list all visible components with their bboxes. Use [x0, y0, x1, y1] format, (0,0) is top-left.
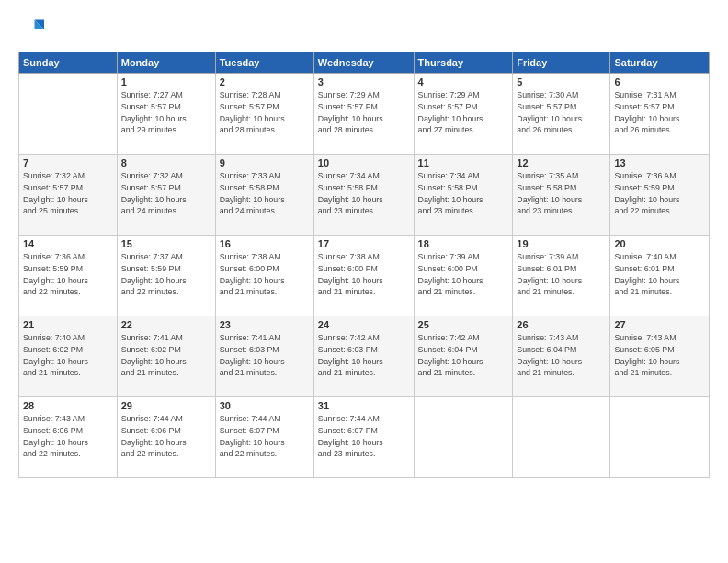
- day-info: Sunrise: 7:34 AMSunset: 5:58 PMDaylight:…: [318, 170, 410, 217]
- calendar-cell: 29Sunrise: 7:44 AMSunset: 6:06 PMDayligh…: [117, 397, 215, 478]
- calendar-cell: 21Sunrise: 7:40 AMSunset: 6:02 PMDayligh…: [19, 316, 118, 397]
- day-info: Sunrise: 7:35 AMSunset: 5:58 PMDaylight:…: [517, 170, 606, 217]
- calendar-week-row: 14Sunrise: 7:36 AMSunset: 5:59 PMDayligh…: [19, 236, 710, 316]
- day-number: 16: [220, 238, 310, 249]
- day-info: Sunrise: 7:39 AMSunset: 6:00 PMDaylight:…: [418, 251, 509, 298]
- calendar-cell: 9Sunrise: 7:33 AMSunset: 5:58 PMDaylight…: [215, 155, 313, 236]
- calendar-week-row: 21Sunrise: 7:40 AMSunset: 6:02 PMDayligh…: [19, 316, 710, 397]
- day-number: 1: [121, 76, 211, 87]
- calendar: SundayMondayTuesdayWednesdayThursdayFrid…: [18, 52, 710, 478]
- day-number: 24: [318, 319, 410, 330]
- calendar-header-friday: Friday: [513, 52, 610, 74]
- day-info: Sunrise: 7:37 AMSunset: 5:59 PMDaylight:…: [121, 251, 211, 298]
- day-number: 26: [517, 319, 606, 330]
- calendar-cell: 28Sunrise: 7:43 AMSunset: 6:06 PMDayligh…: [19, 397, 118, 478]
- day-info: Sunrise: 7:29 AMSunset: 5:57 PMDaylight:…: [418, 89, 509, 136]
- calendar-cell: 31Sunrise: 7:44 AMSunset: 6:07 PMDayligh…: [313, 397, 414, 478]
- day-info: Sunrise: 7:43 AMSunset: 6:06 PMDaylight:…: [23, 413, 113, 460]
- calendar-cell: 20Sunrise: 7:40 AMSunset: 6:01 PMDayligh…: [610, 236, 710, 316]
- calendar-cell: 4Sunrise: 7:29 AMSunset: 5:57 PMDaylight…: [414, 74, 513, 155]
- day-number: 6: [614, 76, 705, 87]
- day-info: Sunrise: 7:27 AMSunset: 5:57 PMDaylight:…: [121, 89, 211, 136]
- calendar-cell: 19Sunrise: 7:39 AMSunset: 6:01 PMDayligh…: [513, 236, 610, 316]
- calendar-cell: 26Sunrise: 7:43 AMSunset: 6:04 PMDayligh…: [513, 316, 610, 397]
- calendar-cell: 14Sunrise: 7:36 AMSunset: 5:59 PMDayligh…: [19, 236, 118, 316]
- calendar-cell: 5Sunrise: 7:30 AMSunset: 5:57 PMDaylight…: [513, 74, 610, 155]
- calendar-cell: 30Sunrise: 7:44 AMSunset: 6:07 PMDayligh…: [215, 397, 313, 478]
- day-info: Sunrise: 7:44 AMSunset: 6:07 PMDaylight:…: [318, 413, 410, 460]
- day-number: 11: [418, 157, 509, 168]
- day-number: 20: [614, 238, 705, 249]
- day-info: Sunrise: 7:28 AMSunset: 5:57 PMDaylight:…: [220, 89, 310, 136]
- day-number: 14: [23, 238, 113, 249]
- calendar-week-row: 1Sunrise: 7:27 AMSunset: 5:57 PMDaylight…: [19, 74, 710, 155]
- calendar-cell: 10Sunrise: 7:34 AMSunset: 5:58 PMDayligh…: [313, 155, 414, 236]
- day-number: 15: [121, 238, 211, 249]
- calendar-cell: [19, 74, 118, 155]
- day-number: 25: [418, 319, 509, 330]
- day-info: Sunrise: 7:42 AMSunset: 6:03 PMDaylight:…: [318, 332, 410, 379]
- calendar-cell: 8Sunrise: 7:32 AMSunset: 5:57 PMDaylight…: [117, 155, 215, 236]
- day-info: Sunrise: 7:43 AMSunset: 6:04 PMDaylight:…: [517, 332, 606, 379]
- day-number: 28: [23, 400, 113, 411]
- day-info: Sunrise: 7:44 AMSunset: 6:07 PMDaylight:…: [220, 413, 310, 460]
- calendar-header-row: SundayMondayTuesdayWednesdayThursdayFrid…: [19, 52, 710, 74]
- day-info: Sunrise: 7:41 AMSunset: 6:02 PMDaylight:…: [121, 332, 211, 379]
- calendar-cell: 6Sunrise: 7:31 AMSunset: 5:57 PMDaylight…: [610, 74, 710, 155]
- calendar-cell: 18Sunrise: 7:39 AMSunset: 6:00 PMDayligh…: [414, 236, 513, 316]
- day-info: Sunrise: 7:44 AMSunset: 6:06 PMDaylight:…: [121, 413, 211, 460]
- calendar-week-row: 7Sunrise: 7:32 AMSunset: 5:57 PMDaylight…: [19, 155, 710, 236]
- page: SundayMondayTuesdayWednesdayThursdayFrid…: [0, 0, 728, 563]
- day-number: 2: [220, 76, 310, 87]
- calendar-cell: 7Sunrise: 7:32 AMSunset: 5:57 PMDaylight…: [19, 155, 118, 236]
- calendar-cell: 11Sunrise: 7:34 AMSunset: 5:58 PMDayligh…: [414, 155, 513, 236]
- calendar-cell: 17Sunrise: 7:38 AMSunset: 6:00 PMDayligh…: [313, 236, 414, 316]
- day-info: Sunrise: 7:31 AMSunset: 5:57 PMDaylight:…: [614, 89, 705, 136]
- day-info: Sunrise: 7:32 AMSunset: 5:57 PMDaylight:…: [121, 170, 211, 217]
- day-number: 7: [23, 157, 113, 168]
- calendar-header-tuesday: Tuesday: [215, 52, 313, 74]
- calendar-header-thursday: Thursday: [414, 52, 513, 74]
- day-info: Sunrise: 7:34 AMSunset: 5:58 PMDaylight:…: [418, 170, 509, 217]
- calendar-cell: [513, 397, 610, 478]
- day-number: 5: [517, 76, 606, 87]
- day-number: 22: [121, 319, 211, 330]
- day-info: Sunrise: 7:41 AMSunset: 6:03 PMDaylight:…: [220, 332, 310, 379]
- day-info: Sunrise: 7:40 AMSunset: 6:02 PMDaylight:…: [23, 332, 113, 379]
- calendar-cell: 24Sunrise: 7:42 AMSunset: 6:03 PMDayligh…: [313, 316, 414, 397]
- day-info: Sunrise: 7:40 AMSunset: 6:01 PMDaylight:…: [614, 251, 705, 298]
- day-info: Sunrise: 7:29 AMSunset: 5:57 PMDaylight:…: [318, 89, 410, 136]
- day-number: 3: [318, 76, 410, 87]
- day-info: Sunrise: 7:33 AMSunset: 5:58 PMDaylight:…: [220, 170, 310, 217]
- calendar-header-monday: Monday: [117, 52, 215, 74]
- day-info: Sunrise: 7:32 AMSunset: 5:57 PMDaylight:…: [23, 170, 113, 217]
- header: [18, 17, 710, 42]
- day-info: Sunrise: 7:43 AMSunset: 6:05 PMDaylight:…: [614, 332, 705, 379]
- day-number: 12: [517, 157, 606, 168]
- calendar-cell: 22Sunrise: 7:41 AMSunset: 6:02 PMDayligh…: [117, 316, 215, 397]
- calendar-header-saturday: Saturday: [610, 52, 710, 74]
- calendar-cell: 1Sunrise: 7:27 AMSunset: 5:57 PMDaylight…: [117, 74, 215, 155]
- day-number: 9: [220, 157, 310, 168]
- calendar-cell: 13Sunrise: 7:36 AMSunset: 5:59 PMDayligh…: [610, 155, 710, 236]
- day-info: Sunrise: 7:36 AMSunset: 5:59 PMDaylight:…: [23, 251, 113, 298]
- day-number: 4: [418, 76, 509, 87]
- day-number: 29: [121, 400, 211, 411]
- day-number: 27: [614, 319, 705, 330]
- calendar-cell: 12Sunrise: 7:35 AMSunset: 5:58 PMDayligh…: [513, 155, 610, 236]
- calendar-header-wednesday: Wednesday: [313, 52, 414, 74]
- logo-icon: [18, 17, 44, 42]
- calendar-cell: 3Sunrise: 7:29 AMSunset: 5:57 PMDaylight…: [313, 74, 414, 155]
- day-info: Sunrise: 7:38 AMSunset: 6:00 PMDaylight:…: [220, 251, 310, 298]
- day-info: Sunrise: 7:38 AMSunset: 6:00 PMDaylight:…: [318, 251, 410, 298]
- calendar-cell: 2Sunrise: 7:28 AMSunset: 5:57 PMDaylight…: [215, 74, 313, 155]
- day-number: 19: [517, 238, 606, 249]
- day-number: 31: [318, 400, 410, 411]
- day-number: 13: [614, 157, 705, 168]
- calendar-week-row: 28Sunrise: 7:43 AMSunset: 6:06 PMDayligh…: [19, 397, 710, 478]
- day-number: 10: [318, 157, 410, 168]
- day-number: 21: [23, 319, 113, 330]
- day-number: 17: [318, 238, 410, 249]
- calendar-cell: [610, 397, 710, 478]
- day-number: 23: [220, 319, 310, 330]
